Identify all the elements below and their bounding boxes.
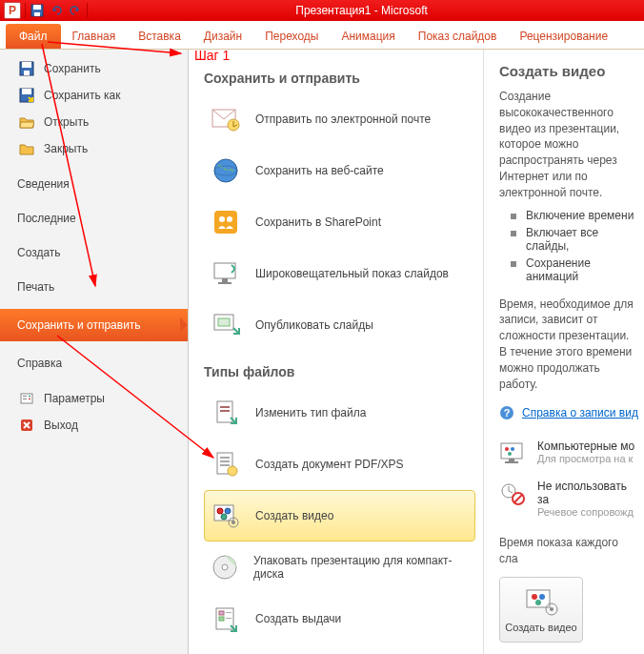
tab-design[interactable]: Дизайн — [192, 24, 253, 49]
svg-rect-53 — [509, 459, 514, 461]
nav-label: Сведения — [17, 177, 70, 191]
svg-point-52 — [508, 452, 512, 456]
svg-rect-23 — [218, 282, 231, 284]
svg-point-33 — [228, 466, 237, 476]
timing-note: Время, необходимое для записи, зависит о… — [499, 296, 638, 393]
option-subtitle: Речевое сопровожд — [537, 506, 638, 518]
svg-rect-1 — [33, 5, 41, 10]
nav-save-and-send[interactable]: Сохранить и отправить — [0, 309, 188, 341]
nav-close[interactable]: Закрыть — [0, 135, 188, 162]
nav-print[interactable]: Печать — [0, 275, 188, 299]
create-video-icon — [522, 585, 560, 618]
svg-point-37 — [221, 514, 227, 520]
svg-rect-49 — [501, 443, 522, 459]
help-row: ? Справка о записи вид — [499, 405, 638, 420]
svg-rect-45 — [226, 612, 231, 613]
tab-file[interactable]: Файл — [6, 24, 61, 49]
button-label: Создать видео — [504, 622, 578, 634]
item-label: Сохранить на веб-сайте — [255, 164, 384, 177]
item-create-pdf-xps[interactable]: Создать документ PDF/XPS — [204, 439, 475, 490]
tab-insert[interactable]: Вставка — [127, 24, 192, 49]
monitor-icon — [499, 439, 528, 468]
svg-rect-18 — [214, 211, 237, 234]
redo-icon[interactable] — [68, 3, 83, 18]
option-title: Не использовать за — [537, 480, 638, 506]
svg-rect-10 — [23, 399, 27, 399]
svg-point-41 — [222, 564, 228, 570]
svg-rect-28 — [220, 410, 230, 412]
svg-rect-44 — [219, 617, 224, 621]
nav-label: Печать — [17, 280, 54, 294]
saveas-icon — [19, 88, 34, 103]
item-save-sharepoint[interactable]: Сохранить в SharePoint — [204, 196, 475, 248]
nav-info[interactable]: Сведения — [0, 172, 188, 196]
item-create-video[interactable]: Создать видео — [204, 490, 475, 542]
svg-rect-7 — [22, 89, 31, 94]
tab-animations[interactable]: Анимация — [330, 24, 406, 49]
nav-recent[interactable]: Последние — [0, 206, 188, 231]
svg-rect-54 — [505, 461, 518, 463]
svg-rect-22 — [222, 278, 228, 282]
tab-transitions[interactable]: Переходы — [253, 24, 330, 49]
create-video-panel: Создать видео Создание высококачественно… — [484, 50, 644, 654]
pdf-xps-icon — [210, 448, 242, 480]
item-broadcast[interactable]: Широковещательный показ слайдов — [204, 248, 475, 299]
nav-label: Выход — [44, 419, 78, 432]
svg-point-50 — [505, 447, 509, 451]
window-title: Презентация1 - Microsoft — [295, 4, 428, 17]
tab-slideshow[interactable]: Показ слайдов — [407, 24, 509, 49]
item-package-cd[interactable]: Упаковать презентацию для компакт-диска — [204, 542, 475, 593]
save-and-send-panel: Сохранить и отправить Отправить по элект… — [189, 50, 484, 654]
item-label: Сохранить в SharePoint — [255, 215, 381, 229]
bullet-item: Включение времени — [499, 207, 638, 224]
nav-saveas[interactable]: Сохранить как — [0, 82, 188, 109]
tab-review[interactable]: Рецензирование — [508, 24, 619, 49]
email-icon — [210, 103, 242, 135]
item-publish-slides[interactable]: Опубликовать слайды — [204, 299, 475, 351]
svg-text:?: ? — [504, 407, 511, 419]
nav-label: Справка — [17, 357, 62, 370]
nav-help[interactable]: Справка — [0, 351, 188, 376]
nav-new[interactable]: Создать — [0, 240, 188, 265]
item-save-web[interactable]: Сохранить на веб-сайте — [204, 145, 475, 196]
svg-rect-46 — [226, 618, 231, 619]
create-video-button[interactable]: Создать видео — [499, 577, 583, 643]
section-heading: Сохранить и отправить — [204, 71, 475, 86]
nav-label: Открыть — [44, 115, 89, 129]
option-display-quality[interactable]: Компьютерные мо Для просмотра на к — [499, 434, 638, 474]
svg-rect-5 — [24, 71, 30, 75]
svg-point-35 — [217, 508, 223, 514]
section-heading: Типы файлов — [204, 364, 475, 379]
nav-options[interactable]: Параметры — [0, 385, 188, 412]
item-send-email[interactable]: Отправить по электронной почте — [204, 93, 475, 145]
bullet-icon — [511, 231, 516, 236]
quick-access-toolbar: P — [0, 2, 88, 19]
item-label: Создать видео — [255, 509, 333, 522]
bullet-icon — [511, 261, 516, 267]
tab-home[interactable]: Главная — [61, 24, 128, 49]
item-change-file-type[interactable]: Изменить тип файла — [204, 387, 475, 439]
backstage-left-nav: Сохранить Сохранить как Открыть Закрыть … — [0, 50, 189, 654]
panel-heading: Создать видео — [499, 63, 638, 79]
save-icon[interactable] — [30, 3, 45, 18]
svg-rect-2 — [34, 12, 40, 16]
item-label: Создать выдачи — [255, 612, 341, 625]
sharepoint-icon — [210, 206, 242, 238]
svg-point-12 — [29, 399, 30, 400]
powerpoint-logo-icon: P — [4, 2, 21, 19]
svg-point-36 — [225, 508, 231, 514]
nav-exit[interactable]: Выход — [0, 412, 188, 439]
help-link[interactable]: Справка о записи вид — [522, 406, 638, 419]
svg-rect-4 — [22, 62, 31, 68]
undo-icon[interactable] — [49, 3, 64, 18]
option-title: Компьютерные мо — [537, 439, 634, 453]
option-timings-narration[interactable]: Не использовать за Речевое сопровожд — [499, 474, 638, 523]
options-icon — [19, 391, 34, 406]
nav-open[interactable]: Открыть — [0, 109, 188, 135]
nav-save[interactable]: Сохранить — [0, 55, 188, 82]
item-create-handouts[interactable]: Создать выдачи — [204, 593, 475, 644]
item-label: Упаковать презентацию для компакт-диска — [253, 554, 470, 581]
backstage: Сохранить Сохранить как Открыть Закрыть … — [0, 50, 644, 654]
svg-rect-43 — [219, 611, 224, 615]
duration-label: Время показа каждого сла — [499, 535, 638, 567]
